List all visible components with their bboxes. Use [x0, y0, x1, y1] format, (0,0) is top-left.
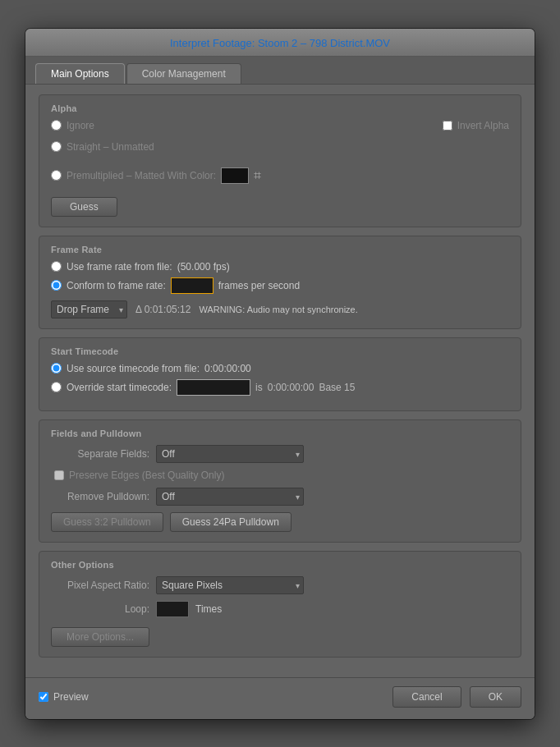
ignore-radio[interactable] — [51, 120, 62, 131]
preserve-edges-label: Preserve Edges (Best Quality Only) — [69, 470, 224, 481]
pixel-aspect-wrapper: Square Pixels D1/DV NTSC D1/DV PAL Anamo… — [156, 576, 304, 594]
separate-fields-wrapper: Off Upper Field First Lower Field First — [156, 445, 304, 463]
alpha-section: Alpha Ignore Straight – Unmatted Premult… — [39, 94, 521, 227]
separate-fields-row: Separate Fields: Off Upper Field First L… — [51, 445, 509, 463]
fields-pulldown-title: Fields and Pulldown — [51, 428, 509, 438]
tab-main-options[interactable]: Main Options — [35, 63, 125, 84]
override-label: Override start timecode: — [67, 382, 172, 393]
loop-row: Loop: 1 Times — [51, 601, 509, 617]
start-timecode-section: Start Timecode Use source timecode from … — [39, 337, 521, 411]
invert-alpha-label: Invert Alpha — [457, 120, 509, 131]
delta-value: Δ 0:01:05:12 — [135, 304, 190, 315]
fps-unit-label: frames per second — [218, 280, 300, 291]
preserve-edges-row: Preserve Edges (Best Quality Only) — [54, 470, 509, 481]
use-from-file-row: Use frame rate from file: (50.000 fps) — [51, 261, 509, 273]
conform-fps-input[interactable]: 15 — [171, 277, 213, 294]
source-timecode-value: 0:00:00:00 — [204, 363, 251, 374]
times-label: Times — [195, 603, 222, 615]
ok-button[interactable]: OK — [470, 686, 521, 708]
preview-checkbox[interactable] — [39, 692, 48, 702]
override-timecode-input[interactable]: 0:00:00:00 — [177, 379, 250, 396]
dialog: Interpret Footage: Stoom 2 – 798 Distric… — [25, 29, 535, 719]
guess-24pa-button[interactable]: Guess 24Pa Pulldown — [170, 512, 291, 532]
premultiplied-label: Premultiplied – Matted With Color: — [67, 170, 216, 181]
use-source-radio[interactable] — [51, 363, 62, 374]
remove-pulldown-wrapper: Off 3:2 Pulldown 24Pa Pulldown — [156, 488, 304, 506]
guess-pulldown-row: Guess 3:2 Pulldown Guess 24Pa Pulldown — [51, 512, 509, 532]
cancel-button[interactable]: Cancel — [392, 686, 461, 708]
warning-text: WARNING: Audio may not synchronize. — [199, 305, 357, 314]
alpha-title: Alpha — [51, 103, 509, 113]
footer-buttons: Cancel OK — [392, 686, 521, 708]
premultiplied-row: Premultiplied – Matted With Color: ⌗ — [51, 167, 261, 184]
alpha-right: Invert Alpha — [443, 120, 509, 131]
loop-input[interactable]: 1 — [156, 601, 189, 617]
preview-label: Preview — [53, 691, 89, 703]
other-options-title: Other Options — [51, 560, 509, 570]
guess-32-button[interactable]: Guess 3:2 Pulldown — [51, 512, 163, 532]
override-radio[interactable] — [51, 382, 62, 392]
pixel-aspect-label: Pixel Aspect Ratio: — [51, 580, 149, 591]
title-bar: Interpret Footage: Stoom 2 – 798 Distric… — [25, 29, 535, 57]
preview-row: Preview — [39, 691, 89, 703]
premultiplied-radio[interactable] — [51, 170, 62, 181]
more-options-button[interactable]: More Options... — [51, 627, 149, 647]
frame-rate-section: Frame Rate Use frame rate from file: (50… — [39, 236, 521, 329]
footer: Preview Cancel OK — [25, 677, 535, 719]
ignore-row: Ignore — [51, 120, 261, 131]
start-timecode-title: Start Timecode — [51, 346, 509, 356]
conform-label: Conform to frame rate: — [67, 280, 166, 291]
base-label: Base 15 — [319, 382, 355, 393]
guess-button[interactable]: Guess — [51, 197, 117, 217]
conform-radio[interactable] — [51, 280, 62, 291]
remove-pulldown-label: Remove Pulldown: — [51, 491, 149, 502]
use-from-file-radio[interactable] — [51, 261, 62, 272]
use-source-label: Use source timecode from file: — [67, 363, 200, 374]
invert-alpha-checkbox[interactable] — [443, 121, 452, 131]
fps-from-file-value: (50.000 fps) — [177, 261, 230, 273]
override-row: Override start timecode: 0:00:00:00 is 0… — [51, 379, 509, 396]
separate-fields-label: Separate Fields: — [51, 448, 149, 460]
drop-frame-select[interactable]: Drop Frame — [51, 300, 127, 319]
straight-radio[interactable] — [51, 141, 62, 152]
loop-label: Loop: — [51, 603, 149, 615]
matte-color-swatch[interactable] — [221, 167, 249, 184]
frame-rate-title: Frame Rate — [51, 245, 509, 254]
alpha-left: Ignore Straight – Unmatted Premultiplied… — [51, 120, 261, 189]
fields-pulldown-section: Fields and Pulldown Separate Fields: Off… — [39, 419, 521, 543]
tab-color-management[interactable]: Color Management — [126, 63, 241, 84]
other-options-section: Other Options Pixel Aspect Ratio: Square… — [39, 551, 521, 658]
conform-row: Conform to frame rate: 15 frames per sec… — [51, 277, 509, 294]
preserve-edges-checkbox[interactable] — [54, 470, 64, 480]
tabs-row: Main Options Color Management — [25, 57, 535, 85]
dialog-title: Interpret Footage: Stoom 2 – 798 Distric… — [170, 37, 390, 49]
ignore-label: Ignore — [67, 120, 94, 131]
remove-pulldown-row: Remove Pulldown: Off 3:2 Pulldown 24Pa P… — [51, 488, 509, 506]
separate-fields-select[interactable]: Off Upper Field First Lower Field First — [156, 445, 304, 463]
use-source-row: Use source timecode from file: 0:00:00:0… — [51, 363, 509, 374]
drop-frame-wrapper: Drop Frame — [51, 300, 127, 319]
color-picker-icon[interactable]: ⌗ — [254, 168, 261, 183]
remove-pulldown-select[interactable]: Off 3:2 Pulldown 24Pa Pulldown — [156, 488, 304, 506]
is-label: is — [255, 382, 263, 393]
main-content: Alpha Ignore Straight – Unmatted Premult… — [25, 85, 535, 677]
pixel-aspect-row: Pixel Aspect Ratio: Square Pixels D1/DV … — [51, 576, 509, 594]
use-from-file-label: Use frame rate from file: — [67, 261, 172, 273]
pixel-aspect-select[interactable]: Square Pixels D1/DV NTSC D1/DV PAL Anamo… — [156, 576, 304, 594]
is-timecode-value: 0:00:00:00 — [268, 382, 314, 393]
straight-label: Straight – Unmatted — [67, 141, 154, 153]
straight-row: Straight – Unmatted — [51, 141, 261, 153]
dropframe-row: Drop Frame Δ 0:01:05:12 WARNING: Audio m… — [51, 300, 509, 319]
